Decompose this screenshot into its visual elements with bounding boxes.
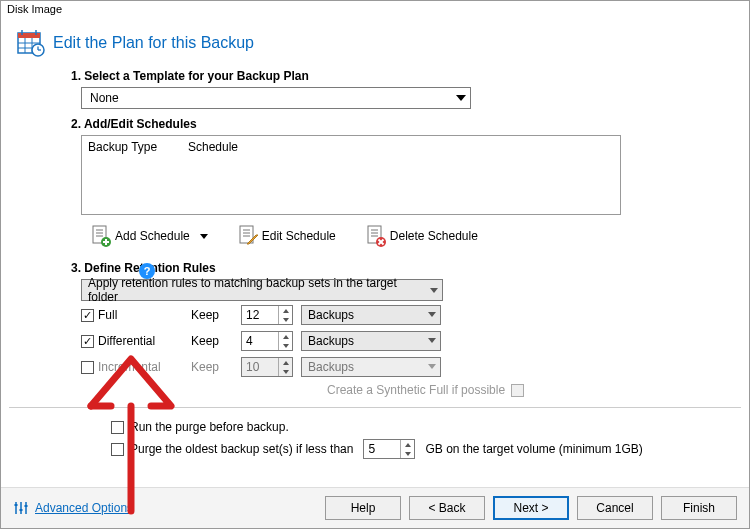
col-schedule: Schedule <box>188 140 238 154</box>
svg-marker-31 <box>428 312 436 317</box>
synthetic-full-checkbox <box>511 384 524 397</box>
page-title: Edit the Plan for this Backup <box>53 34 254 52</box>
retention-row-incr: Incremental Keep 10 Backups <box>81 355 733 379</box>
window-title: Disk Image <box>1 1 749 21</box>
svg-marker-33 <box>428 364 436 369</box>
advanced-options-link[interactable]: Advanced Options <box>13 500 133 516</box>
chevron-down-icon <box>430 283 438 297</box>
add-schedule-icon <box>91 225 111 247</box>
full-checkbox[interactable] <box>81 309 94 322</box>
sliders-icon <box>13 500 29 516</box>
svg-rect-37 <box>15 504 18 506</box>
step1-title: 1. Select a Template for your Backup Pla… <box>71 69 733 83</box>
diff-unit-select[interactable]: Backups <box>301 331 441 351</box>
help-icon[interactable]: ? <box>139 263 155 279</box>
purge-gb-spinner[interactable]: 5 <box>363 439 415 459</box>
full-keep-spinner[interactable]: 12 <box>241 305 293 325</box>
next-button[interactable]: Next > <box>493 496 569 520</box>
diff-keep-spinner[interactable]: 4 <box>241 331 293 351</box>
purge-oldest-checkbox[interactable] <box>111 443 124 456</box>
edit-schedule-button[interactable]: Edit Schedule <box>238 225 336 247</box>
cancel-button[interactable]: Cancel <box>577 496 653 520</box>
add-schedule-button[interactable]: Add Schedule <box>91 225 208 247</box>
help-button[interactable]: Help <box>325 496 401 520</box>
synthetic-full-row: Create a Synthetic Full if possible <box>327 383 733 397</box>
run-purge-before-label: Run the purge before backup. <box>130 420 289 434</box>
delete-schedule-icon <box>366 225 386 247</box>
footer: Advanced Options Help < Back Next > Canc… <box>1 487 749 528</box>
incremental-checkbox[interactable] <box>81 361 94 374</box>
template-select[interactable]: None <box>81 87 471 109</box>
svg-rect-38 <box>20 509 23 511</box>
back-button[interactable]: < Back <box>409 496 485 520</box>
svg-rect-39 <box>25 505 28 507</box>
edit-schedule-icon <box>238 225 258 247</box>
col-backup-type: Backup Type <box>88 140 188 154</box>
purge-oldest-suffix: GB on the target volume (minimum 1GB) <box>425 442 642 456</box>
template-value: None <box>90 91 119 105</box>
step3-title: 3. Define Retention Rules <box>71 261 733 275</box>
incr-unit-select: Backups <box>301 357 441 377</box>
differential-checkbox[interactable] <box>81 335 94 348</box>
calendar-clock-icon <box>17 29 45 57</box>
chevron-down-icon <box>200 234 208 239</box>
retention-scope-select[interactable]: Apply retention rules to matching backup… <box>81 279 443 301</box>
retention-row-diff: Differential Keep 4 Backups <box>81 329 733 353</box>
svg-marker-30 <box>430 288 438 293</box>
finish-button[interactable]: Finish <box>661 496 737 520</box>
svg-marker-32 <box>428 338 436 343</box>
delete-schedule-button[interactable]: Delete Schedule <box>366 225 478 247</box>
run-purge-before-checkbox[interactable] <box>111 421 124 434</box>
incr-keep-spinner: 10 <box>241 357 293 377</box>
page-header: Edit the Plan for this Backup <box>1 21 749 61</box>
purge-oldest-prefix: Purge the oldest backup set(s) if less t… <box>130 442 353 456</box>
retention-row-full: Full Keep 12 Backups <box>81 303 733 327</box>
schedule-table[interactable]: Backup Type Schedule <box>81 135 621 215</box>
chevron-down-icon <box>456 95 466 101</box>
full-unit-select[interactable]: Backups <box>301 305 441 325</box>
divider <box>9 407 741 408</box>
step2-title: 2. Add/Edit Schedules <box>71 117 733 131</box>
